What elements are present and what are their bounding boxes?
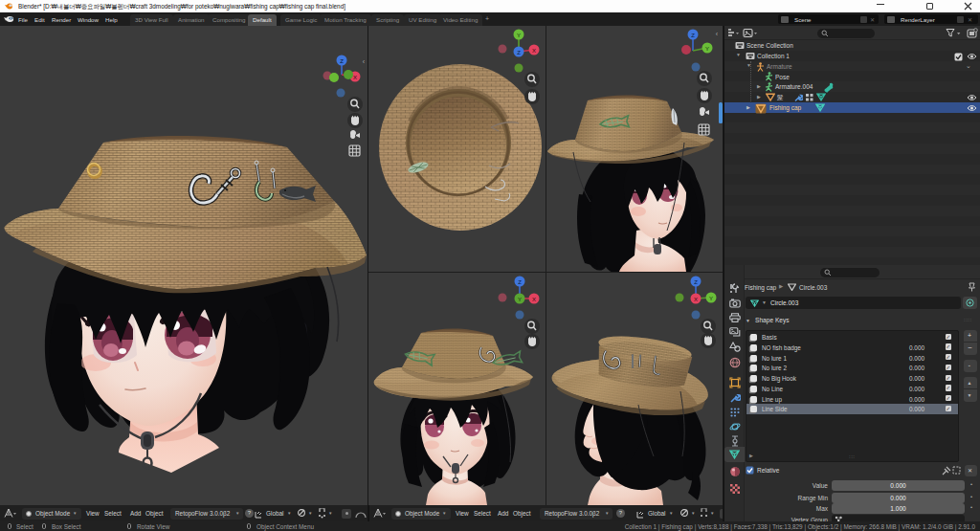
svg-text:Z: Z — [518, 279, 522, 285]
svg-text:Z: Z — [517, 50, 521, 55]
svg-text:Z: Z — [340, 58, 344, 64]
svg-text:Y: Y — [709, 296, 713, 301]
svg-text:X: X — [532, 297, 536, 302]
svg-text:X: X — [532, 48, 536, 54]
svg-text:X: X — [353, 75, 357, 80]
svg-text:X: X — [694, 297, 698, 302]
svg-text:Y: Y — [517, 33, 521, 38]
svg-text:Z: Z — [691, 33, 695, 38]
svg-text:Y: Y — [518, 297, 522, 302]
svg-text:Y: Y — [705, 46, 709, 52]
svg-text:Z: Z — [694, 279, 698, 285]
